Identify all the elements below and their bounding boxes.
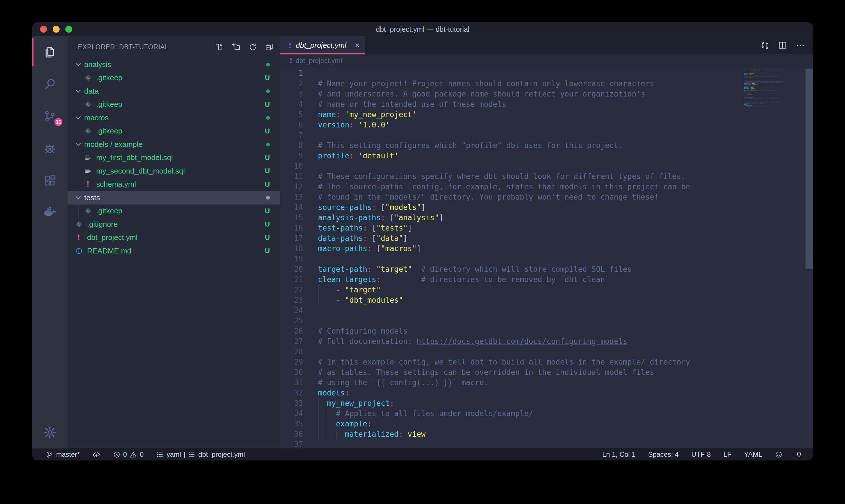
status-notifications[interactable] (795, 451, 803, 458)
tree-item-schema-yml[interactable]: !schema.ymlU (68, 178, 280, 191)
tree-item-label: schema.yml (96, 180, 265, 189)
sql-file-icon (84, 154, 92, 162)
tree-item-gitkeep[interactable]: .gitkeepU (68, 71, 280, 85)
open-changes-button[interactable] (760, 40, 770, 50)
tree-item-label: my_first_dbt_model.sql (96, 153, 265, 162)
collapse-all-button[interactable] (265, 42, 274, 52)
code-line-7: 7 (280, 130, 813, 140)
docs-link[interactable]: https://docs.getdbt.com/docs/configuring… (416, 337, 627, 346)
git-file-icon (85, 101, 91, 108)
git-status-untracked: U (265, 207, 270, 215)
vscode-window: dbt_project.yml — dbt-tutorial 11 EXPLOR… (32, 22, 813, 461)
folder-change-dot (266, 143, 270, 146)
new-folder-button[interactable] (231, 42, 240, 52)
minimize-window-button[interactable] (53, 26, 59, 33)
tree-item-analysis[interactable]: analysis (68, 58, 280, 71)
new-file-button[interactable] (215, 42, 224, 52)
code-line-12: 12 # The `source-paths` config, for exam… (280, 182, 813, 192)
line-number: 19 (280, 254, 303, 264)
code-line-34: 34 # Applies to all files under models/e… (280, 408, 813, 419)
tree-item-label: README.md (87, 247, 265, 255)
tree-item-my-first-dbt-model-sql[interactable]: my_first_dbt_model.sqlU (68, 151, 280, 165)
tree-item-gitkeep[interactable]: .gitkeepU (68, 98, 280, 111)
code-line-18: 18 macro-paths: ["macros"] (280, 244, 813, 254)
status-sync-changes[interactable] (92, 451, 100, 458)
activity-item-extensions[interactable] (32, 164, 68, 196)
code-line-29: 29 # In this example config, we tell dbt… (280, 357, 813, 367)
status-yaml-schema[interactable]: yaml|dbt_project.yml (156, 450, 245, 458)
line-number: 20 (280, 264, 303, 274)
tree-item-macros[interactable]: macros (68, 111, 280, 125)
activity-item-settings[interactable] (32, 416, 68, 448)
scrollbar-thumb[interactable] (806, 69, 813, 269)
tree-item-models-example[interactable]: models / example (68, 138, 280, 151)
code-line-36: 36 materialized: view (280, 429, 813, 439)
code-line-11: 11 # These configurations specify where … (280, 171, 813, 182)
line-number: 11 (280, 171, 303, 182)
bell-icon (795, 451, 803, 458)
status-language-mode[interactable]: YAML (744, 450, 762, 458)
status-problems[interactable]: 00 (113, 450, 144, 458)
info-file-icon (75, 247, 83, 255)
activity-item-debug[interactable] (32, 132, 68, 164)
zoom-window-button[interactable] (65, 26, 72, 33)
code-line-17: 17 data-paths: ["data"] (280, 233, 813, 244)
activity-item-explorer[interactable] (32, 36, 68, 68)
status-cursor-position[interactable]: Ln 1, Col 1 (603, 450, 635, 458)
tree-item-label: models / example (84, 140, 266, 149)
list-icon (188, 451, 196, 458)
code-line-16: 16 test-paths: ["tests"] (280, 223, 813, 233)
tree-item-gitkeep[interactable]: .gitkeepU (68, 204, 280, 218)
explorer-header: EXPLORER: DBT-TUTORIAL (68, 36, 280, 58)
git-file-icon (85, 74, 91, 81)
activity-item-search[interactable] (32, 68, 68, 100)
tab-bar: ! dbt_project.yml × (280, 36, 813, 54)
tree-item-gitignore[interactable]: .gitignoreU (68, 218, 280, 231)
scm-badge: 11 (53, 117, 64, 127)
status-eol[interactable]: LF (723, 450, 731, 458)
git-file-icon (85, 208, 91, 215)
activity-bar: 11 (32, 36, 68, 448)
status-encoding[interactable]: UTF-8 (691, 450, 711, 458)
folder-change-dot (266, 89, 270, 93)
tree-item-tests[interactable]: tests (68, 191, 280, 204)
list-icon (156, 451, 164, 458)
line-number: 36 (280, 429, 303, 439)
code-line-9: 9 profile: 'default' (280, 151, 813, 161)
explorer-actions (215, 42, 274, 52)
code-editor[interactable]: 1 2 # Name your project! Project names s… (280, 67, 813, 448)
close-tab-icon[interactable]: × (355, 41, 360, 50)
status-indentation[interactable]: Spaces: 4 (648, 450, 679, 458)
code-line-33: 33 my_new_project: (280, 398, 813, 408)
activity-item-docker[interactable] (32, 196, 68, 229)
tree-item-readme-md[interactable]: README.mdU (68, 244, 280, 258)
refresh-button[interactable] (248, 42, 257, 52)
tree-item-label: .gitkeep (96, 73, 265, 82)
docker-icon (43, 205, 57, 219)
line-number: 3 (280, 89, 303, 99)
git-status-untracked: U (265, 101, 270, 109)
line-number: 27 (280, 336, 303, 346)
line-number: 34 (280, 408, 303, 419)
warning-icon (129, 451, 137, 458)
more-actions-button[interactable] (795, 40, 805, 50)
minimap[interactable]: # Name your project! Project names shoul… (744, 68, 800, 448)
status-git-branch[interactable]: master* (46, 450, 80, 458)
tab-dbt-project-yml[interactable]: ! dbt_project.yml × (280, 36, 365, 54)
chevron-down-icon (74, 114, 82, 122)
close-window-button[interactable] (40, 26, 47, 33)
activity-item-source-control[interactable]: 11 (32, 100, 68, 132)
status-feedback[interactable] (775, 451, 783, 458)
tree-item-dbt-project-yml[interactable]: !dbt_project.ymlU (68, 231, 280, 245)
split-editor-button[interactable] (778, 40, 787, 50)
yaml-warning-icon: ! (289, 41, 291, 49)
tab-label: dbt_project.yml (296, 41, 352, 50)
tree-item-data[interactable]: data (68, 85, 280, 98)
breadcrumb[interactable]: ! dbt_project.yml (280, 54, 813, 67)
tree-item-gitkeep[interactable]: .gitkeepU (68, 125, 280, 138)
tree-item-my-second-dbt-model-sql[interactable]: my_second_dbt_model.sqlU (68, 164, 280, 178)
line-number: 9 (280, 151, 303, 161)
line-number: 30 (280, 367, 303, 377)
breadcrumb-item: dbt_project.yml (295, 57, 342, 65)
code-line-30: 30 # as tables. These settings can be ov… (280, 367, 813, 377)
